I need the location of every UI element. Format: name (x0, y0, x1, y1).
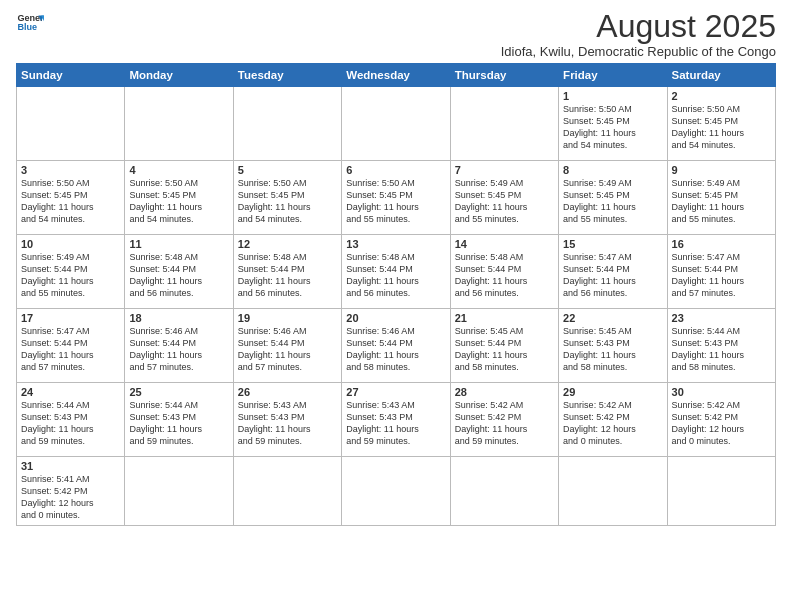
page: General Blue August 2025 Idiofa, Kwilu, … (0, 0, 792, 534)
table-row: 8Sunrise: 5:49 AMSunset: 5:45 PMDaylight… (559, 161, 667, 235)
table-row: 25Sunrise: 5:44 AMSunset: 5:43 PMDayligh… (125, 383, 233, 457)
day-info: Sunrise: 5:42 AMSunset: 5:42 PMDaylight:… (455, 399, 554, 448)
day-number: 27 (346, 386, 445, 398)
day-number: 7 (455, 164, 554, 176)
day-number: 26 (238, 386, 337, 398)
svg-text:Blue: Blue (17, 22, 37, 32)
table-row: 14Sunrise: 5:48 AMSunset: 5:44 PMDayligh… (450, 235, 558, 309)
table-row: 27Sunrise: 5:43 AMSunset: 5:43 PMDayligh… (342, 383, 450, 457)
day-number: 9 (672, 164, 771, 176)
day-number: 15 (563, 238, 662, 250)
day-info: Sunrise: 5:48 AMSunset: 5:44 PMDaylight:… (346, 251, 445, 300)
col-tuesday: Tuesday (233, 64, 341, 87)
day-info: Sunrise: 5:43 AMSunset: 5:43 PMDaylight:… (346, 399, 445, 448)
day-number: 28 (455, 386, 554, 398)
day-number: 13 (346, 238, 445, 250)
month-title: August 2025 (501, 10, 776, 42)
table-row: 7Sunrise: 5:49 AMSunset: 5:45 PMDaylight… (450, 161, 558, 235)
table-row: 26Sunrise: 5:43 AMSunset: 5:43 PMDayligh… (233, 383, 341, 457)
day-info: Sunrise: 5:49 AMSunset: 5:45 PMDaylight:… (672, 177, 771, 226)
day-number: 8 (563, 164, 662, 176)
table-row: 30Sunrise: 5:42 AMSunset: 5:42 PMDayligh… (667, 383, 775, 457)
day-info: Sunrise: 5:50 AMSunset: 5:45 PMDaylight:… (129, 177, 228, 226)
table-row: 2Sunrise: 5:50 AMSunset: 5:45 PMDaylight… (667, 87, 775, 161)
day-info: Sunrise: 5:49 AMSunset: 5:44 PMDaylight:… (21, 251, 120, 300)
day-number: 18 (129, 312, 228, 324)
table-row: 19Sunrise: 5:46 AMSunset: 5:44 PMDayligh… (233, 309, 341, 383)
day-number: 3 (21, 164, 120, 176)
table-row: 4Sunrise: 5:50 AMSunset: 5:45 PMDaylight… (125, 161, 233, 235)
table-row (125, 457, 233, 526)
day-number: 25 (129, 386, 228, 398)
calendar-table: Sunday Monday Tuesday Wednesday Thursday… (16, 63, 776, 526)
col-friday: Friday (559, 64, 667, 87)
table-row: 16Sunrise: 5:47 AMSunset: 5:44 PMDayligh… (667, 235, 775, 309)
day-number: 11 (129, 238, 228, 250)
day-info: Sunrise: 5:47 AMSunset: 5:44 PMDaylight:… (563, 251, 662, 300)
table-row (233, 87, 341, 161)
day-info: Sunrise: 5:41 AMSunset: 5:42 PMDaylight:… (21, 473, 120, 522)
col-saturday: Saturday (667, 64, 775, 87)
table-row: 17Sunrise: 5:47 AMSunset: 5:44 PMDayligh… (17, 309, 125, 383)
day-number: 20 (346, 312, 445, 324)
day-info: Sunrise: 5:50 AMSunset: 5:45 PMDaylight:… (21, 177, 120, 226)
day-info: Sunrise: 5:44 AMSunset: 5:43 PMDaylight:… (21, 399, 120, 448)
day-info: Sunrise: 5:42 AMSunset: 5:42 PMDaylight:… (672, 399, 771, 448)
day-info: Sunrise: 5:50 AMSunset: 5:45 PMDaylight:… (238, 177, 337, 226)
day-info: Sunrise: 5:50 AMSunset: 5:45 PMDaylight:… (672, 103, 771, 152)
day-info: Sunrise: 5:47 AMSunset: 5:44 PMDaylight:… (672, 251, 771, 300)
table-row: 10Sunrise: 5:49 AMSunset: 5:44 PMDayligh… (17, 235, 125, 309)
table-row: 15Sunrise: 5:47 AMSunset: 5:44 PMDayligh… (559, 235, 667, 309)
day-number: 22 (563, 312, 662, 324)
day-number: 19 (238, 312, 337, 324)
day-info: Sunrise: 5:48 AMSunset: 5:44 PMDaylight:… (238, 251, 337, 300)
table-row (450, 457, 558, 526)
day-info: Sunrise: 5:44 AMSunset: 5:43 PMDaylight:… (129, 399, 228, 448)
table-row: 6Sunrise: 5:50 AMSunset: 5:45 PMDaylight… (342, 161, 450, 235)
general-blue-icon: General Blue (16, 10, 44, 38)
table-row: 5Sunrise: 5:50 AMSunset: 5:45 PMDaylight… (233, 161, 341, 235)
table-row (667, 457, 775, 526)
table-row: 28Sunrise: 5:42 AMSunset: 5:42 PMDayligh… (450, 383, 558, 457)
table-row: 12Sunrise: 5:48 AMSunset: 5:44 PMDayligh… (233, 235, 341, 309)
day-number: 4 (129, 164, 228, 176)
table-row (342, 457, 450, 526)
col-monday: Monday (125, 64, 233, 87)
day-info: Sunrise: 5:45 AMSunset: 5:43 PMDaylight:… (563, 325, 662, 374)
logo: General Blue (16, 10, 44, 38)
calendar-header-row: Sunday Monday Tuesday Wednesday Thursday… (17, 64, 776, 87)
day-number: 5 (238, 164, 337, 176)
table-row (450, 87, 558, 161)
day-info: Sunrise: 5:46 AMSunset: 5:44 PMDaylight:… (238, 325, 337, 374)
day-number: 23 (672, 312, 771, 324)
col-wednesday: Wednesday (342, 64, 450, 87)
day-info: Sunrise: 5:49 AMSunset: 5:45 PMDaylight:… (455, 177, 554, 226)
day-number: 21 (455, 312, 554, 324)
title-block: August 2025 Idiofa, Kwilu, Democratic Re… (501, 10, 776, 59)
table-row (559, 457, 667, 526)
table-row: 11Sunrise: 5:48 AMSunset: 5:44 PMDayligh… (125, 235, 233, 309)
day-info: Sunrise: 5:45 AMSunset: 5:44 PMDaylight:… (455, 325, 554, 374)
day-info: Sunrise: 5:50 AMSunset: 5:45 PMDaylight:… (563, 103, 662, 152)
col-thursday: Thursday (450, 64, 558, 87)
table-row: 3Sunrise: 5:50 AMSunset: 5:45 PMDaylight… (17, 161, 125, 235)
day-info: Sunrise: 5:48 AMSunset: 5:44 PMDaylight:… (455, 251, 554, 300)
day-number: 6 (346, 164, 445, 176)
day-number: 24 (21, 386, 120, 398)
day-info: Sunrise: 5:46 AMSunset: 5:44 PMDaylight:… (129, 325, 228, 374)
table-row: 29Sunrise: 5:42 AMSunset: 5:42 PMDayligh… (559, 383, 667, 457)
day-number: 12 (238, 238, 337, 250)
table-row: 31Sunrise: 5:41 AMSunset: 5:42 PMDayligh… (17, 457, 125, 526)
table-row (125, 87, 233, 161)
day-info: Sunrise: 5:49 AMSunset: 5:45 PMDaylight:… (563, 177, 662, 226)
day-info: Sunrise: 5:42 AMSunset: 5:42 PMDaylight:… (563, 399, 662, 448)
day-info: Sunrise: 5:44 AMSunset: 5:43 PMDaylight:… (672, 325, 771, 374)
day-info: Sunrise: 5:43 AMSunset: 5:43 PMDaylight:… (238, 399, 337, 448)
day-info: Sunrise: 5:47 AMSunset: 5:44 PMDaylight:… (21, 325, 120, 374)
table-row: 24Sunrise: 5:44 AMSunset: 5:43 PMDayligh… (17, 383, 125, 457)
day-info: Sunrise: 5:46 AMSunset: 5:44 PMDaylight:… (346, 325, 445, 374)
day-number: 31 (21, 460, 120, 472)
day-number: 14 (455, 238, 554, 250)
table-row: 1Sunrise: 5:50 AMSunset: 5:45 PMDaylight… (559, 87, 667, 161)
day-info: Sunrise: 5:50 AMSunset: 5:45 PMDaylight:… (346, 177, 445, 226)
